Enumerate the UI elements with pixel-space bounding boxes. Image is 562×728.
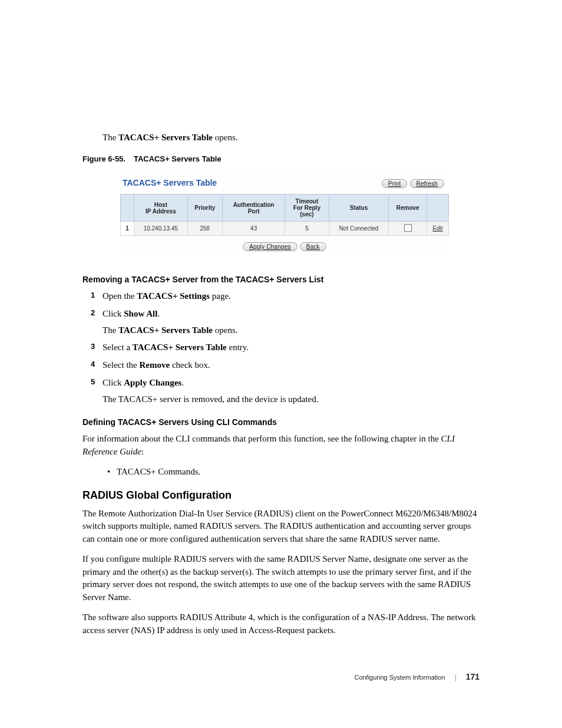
col-priority: Priority (187, 195, 222, 222)
page-footer: Configuring System Information 171 (82, 672, 480, 681)
list-item: Click Show All.The TACACS+ Servers Table… (82, 308, 480, 337)
table-row: 1 10.240.13.45 258 43 5 Not Connected Ed… (121, 222, 449, 236)
list-item: Open the TACACS+ Settings page. (82, 290, 480, 303)
radius-heading: RADIUS Global Configuration (82, 489, 480, 502)
removing-heading: Removing a TACACS+ Server from the TACAC… (82, 275, 480, 284)
screenshot-title: TACACS+ Servers Table (123, 178, 217, 187)
edit-link[interactable]: Edit (432, 225, 442, 232)
col-authport: Authentication Port (222, 195, 285, 222)
col-timeout: Timeout For Reply (sec) (285, 195, 329, 222)
radius-p3: The software also supports RADIUS Attrib… (82, 611, 480, 637)
col-idx (121, 195, 134, 222)
radius-p1: The Remote Authorization Dial-In User Se… (82, 508, 480, 546)
cli-heading: Defining TACACS+ Servers Using CLI Comma… (82, 417, 480, 427)
figure-caption: Figure 6-55.TACACS+ Servers Table (82, 154, 480, 163)
col-remove: Remove (389, 195, 427, 222)
cli-bullets: TACACS+ Commands. (82, 466, 480, 479)
remove-checkbox[interactable] (404, 224, 412, 232)
cli-bullet-item: TACACS+ Commands. (82, 466, 480, 479)
col-host: Host IP Address (134, 195, 188, 222)
servers-table: Host IP Address Priority Authentication … (120, 194, 449, 236)
col-edit (427, 195, 449, 222)
print-button[interactable]: Print (382, 179, 408, 188)
screenshot-figure: TACACS+ Servers Table Print Refresh Host… (120, 174, 449, 253)
back-button[interactable]: Back (300, 242, 326, 251)
refresh-button[interactable]: Refresh (410, 179, 444, 188)
cli-intro: For information about the CLI commands t… (82, 433, 480, 459)
intro-text: The TACACS+ Servers Table opens. (82, 133, 480, 143)
radius-p2: If you configure multiple RADIUS servers… (82, 553, 480, 604)
list-item: Select a TACACS+ Servers Table entry. (82, 341, 480, 354)
list-item: Click Apply Changes.The TACACS+ server i… (82, 377, 480, 406)
col-status: Status (329, 195, 389, 222)
removing-steps: Open the TACACS+ Settings page.Click Sho… (82, 290, 480, 406)
list-item: Select the Remove check box. (82, 359, 480, 372)
apply-changes-button[interactable]: Apply Changes (243, 242, 297, 251)
